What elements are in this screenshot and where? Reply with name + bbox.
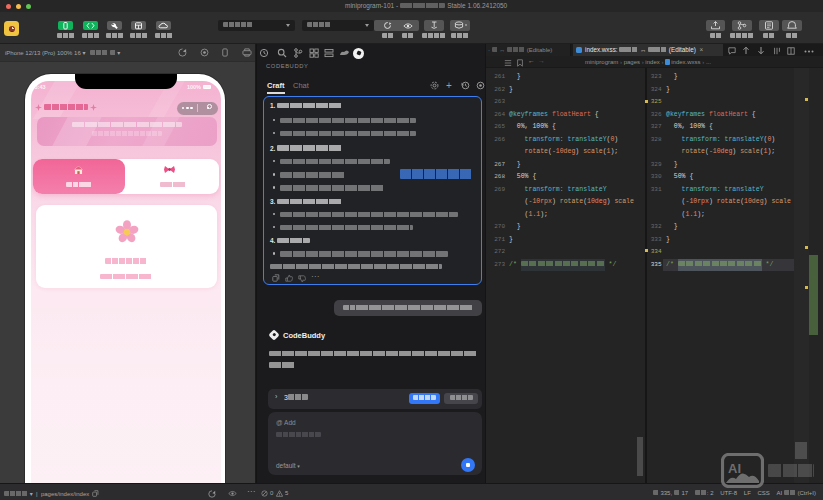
svg-text:AI: AI: [728, 461, 741, 476]
